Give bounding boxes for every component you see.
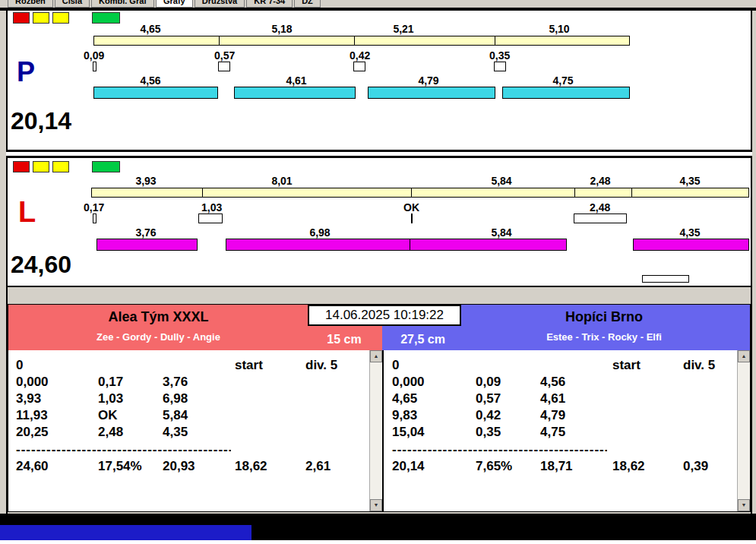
tab-bar: Rozběh Čísla Kombi. Graf Grafy Družstva … — [8, 0, 321, 8]
leg-divider-tick — [411, 188, 412, 197]
scroll-down-icon[interactable]: ▼ — [370, 499, 382, 511]
dog-time-bar — [226, 239, 410, 251]
flyball-timing-window: Rozběh Čísla Kombi. Graf Grafy Družstva … — [0, 0, 756, 544]
footer-blue-bar — [0, 525, 251, 540]
left-table-scrollbar[interactable]: ▲ ▼ — [369, 350, 382, 511]
leg-time-label: 8,01 — [251, 175, 312, 187]
table-cell: 4,79 — [540, 408, 565, 423]
leg-time-label: 4,65 — [120, 23, 181, 35]
leg-divider-tick — [202, 188, 203, 197]
change-marker-box — [574, 213, 627, 223]
table-divider — [382, 350, 384, 511]
right-frame-border — [751, 8, 752, 514]
leg-progress-bar — [93, 36, 630, 46]
table-separator: ----------------------------------------… — [16, 442, 231, 457]
table-cell: 4,75 — [540, 425, 565, 440]
leg-progress-bar — [91, 188, 749, 198]
lane-separator — [6, 150, 752, 158]
table-cell: 18,62 — [612, 459, 645, 474]
tab-kr-7-34[interactable]: KR 7-34 — [246, 0, 293, 8]
footer-white-strip — [0, 540, 756, 544]
scroll-up-icon[interactable]: ▲ — [738, 350, 750, 362]
table-cell: 0,17 — [98, 375, 123, 390]
table-cell: 0,35 — [476, 425, 501, 440]
scroll-up-icon[interactable]: ▲ — [370, 350, 382, 362]
marker-box-small — [642, 275, 689, 283]
leg-time-label: 3,93 — [115, 175, 176, 187]
status-light-yellow-2 — [52, 161, 69, 172]
tab-kombi-graf[interactable]: Kombi. Graf — [91, 0, 154, 8]
table-cell: 5,84 — [163, 408, 188, 423]
change-marker-tick — [411, 213, 413, 223]
change-time-label: 2,48 — [590, 201, 610, 213]
scoreboard-panel: Alea Tým XXXL Zee - Gordy - Dully - Angi… — [8, 304, 751, 512]
lane-label: P — [17, 56, 35, 88]
table-cell: 1,03 — [98, 391, 123, 406]
lane-l-bottom-line — [6, 286, 752, 287]
tab-cisla[interactable]: Čísla — [55, 0, 90, 8]
table-cell: 0 — [16, 358, 23, 373]
table-separator: ----------------------------------------… — [392, 442, 607, 457]
tab-rozbeh[interactable]: Rozběh — [8, 0, 53, 8]
leg-divider-tick — [219, 36, 220, 45]
team-right-jump-height: 27,5 cm — [387, 333, 459, 346]
leg-time-label: 5,84 — [471, 175, 532, 187]
table-cell: 17,54% — [98, 459, 142, 474]
lane-total-time: 20,14 — [11, 107, 71, 135]
table-cell: 6,98 — [163, 391, 188, 406]
table-cell: div. 5 — [683, 358, 715, 373]
change-time-label: 1,03 — [201, 201, 222, 213]
table-cell: 24,60 — [16, 459, 49, 474]
dog-time-label: 4,79 — [398, 74, 459, 87]
change-time-label: 0,42 — [350, 49, 370, 62]
change-time-label: 0,17 — [84, 201, 104, 213]
leg-divider-tick — [495, 36, 495, 45]
table-cell: 0,000 — [16, 375, 49, 390]
dog-time-bar — [368, 87, 495, 99]
right-table-scrollbar[interactable]: ▲ ▼ — [737, 350, 750, 511]
table-cell: 0,000 — [392, 375, 425, 390]
tab-grafy[interactable]: Grafy — [156, 0, 193, 8]
table-cell: 3,76 — [163, 375, 188, 390]
team-left-jump-height: 15 cm — [311, 333, 378, 346]
status-light-yellow-1 — [33, 161, 49, 172]
dog-time-label: 4,75 — [533, 74, 593, 87]
team-right-lineup: Estee - Trix - Rocky - Elfi — [461, 331, 747, 343]
team-left-lineup: Zee - Gordy - Dully - Angie — [8, 331, 308, 343]
leg-divider-tick — [574, 188, 575, 197]
table-cell: 0,09 — [476, 375, 501, 390]
team-right-name: Hopíci Brno — [461, 309, 747, 325]
table-cell: OK — [98, 408, 118, 423]
change-marker-box — [93, 213, 96, 223]
dog-time-bar — [234, 87, 356, 99]
leg-time-label: 5,18 — [251, 23, 312, 35]
table-cell: 4,61 — [540, 391, 565, 406]
leg-time-label: 4,35 — [660, 175, 720, 187]
change-marker-box — [93, 62, 96, 71]
change-marker-box — [198, 213, 223, 223]
change-marker-box — [494, 62, 506, 71]
table-cell: 2,61 — [305, 459, 331, 474]
table-cell: start — [612, 358, 641, 373]
table-cell: 4,35 — [163, 425, 188, 440]
change-time-label: 0,35 — [489, 49, 510, 62]
dog-time-label: 4,35 — [660, 226, 720, 239]
status-light-red — [13, 161, 30, 172]
dog-time-label: 5,84 — [471, 226, 532, 239]
tab-dz[interactable]: DZ — [294, 0, 321, 8]
dog-time-label: 6,98 — [289, 226, 350, 239]
change-marker-box — [353, 62, 365, 71]
table-cell: 3,93 — [16, 391, 41, 406]
table-cell: 11,93 — [16, 408, 48, 423]
lane-l-panel: 3,93 8,01 5,84 2,48 4,35 0,17 1,03 OK 2,… — [8, 158, 751, 286]
tab-druzstva[interactable]: Družstva — [195, 0, 245, 8]
table-cell: 0 — [392, 358, 399, 373]
status-light-yellow-1 — [33, 12, 49, 24]
change-time-label: 0,57 — [214, 49, 235, 62]
change-time-label: OK — [403, 201, 419, 213]
dog-time-bar — [93, 87, 218, 99]
table-cell: 4,65 — [392, 391, 417, 406]
dog-time-label: 3,76 — [115, 226, 176, 239]
scroll-down-icon[interactable]: ▼ — [738, 499, 750, 511]
table-cell: 20,25 — [16, 425, 49, 440]
